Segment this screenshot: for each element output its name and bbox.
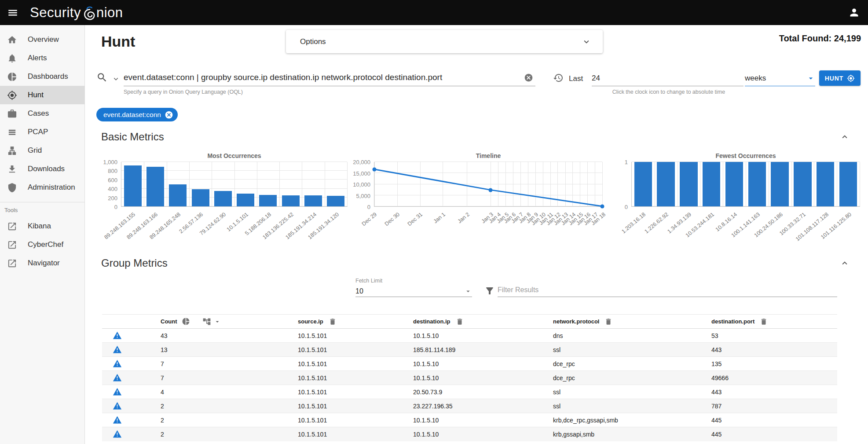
caret-down-icon (806, 74, 815, 83)
top-app-bar: Security nion (0, 0, 868, 25)
line-plot (374, 162, 603, 207)
filter-chip-label: event.dataset:conn (103, 111, 161, 119)
x-tick-label: Dec 29 (361, 211, 378, 227)
warning-icon[interactable] (113, 373, 122, 382)
brand-prefix: Security (30, 5, 81, 21)
table-row[interactable]: 4310.1.5.10110.1.5.10dns53 (102, 329, 837, 343)
hunt-button-label: HUNT (825, 75, 843, 82)
collapse-basic-metrics-icon[interactable] (840, 132, 850, 142)
table-row[interactable]: 210.1.5.10110.1.5.10krb,dce_rpc,gssapi,s… (102, 413, 837, 427)
bar[interactable] (725, 162, 743, 206)
table-row[interactable]: 410.1.5.10120.50.73.9ssl443 (102, 385, 837, 399)
bar[interactable] (327, 196, 344, 206)
group-metrics-table: Count source.ip destination.ip ne (102, 314, 837, 441)
table-row[interactable]: 1310.1.5.101185.81.114.189ssl443 (102, 343, 837, 357)
column-header-destination-port[interactable]: destination.port (711, 318, 754, 325)
sidebar-item-cases[interactable]: Cases (0, 104, 84, 123)
data-point[interactable] (373, 167, 377, 171)
bar[interactable] (124, 165, 142, 206)
bar[interactable] (657, 162, 674, 206)
person-icon (848, 7, 860, 18)
groupby-icon[interactable] (202, 317, 211, 326)
time-value-input[interactable] (592, 71, 743, 86)
history-clock-icon[interactable] (553, 73, 564, 83)
trash-icon[interactable] (329, 318, 337, 326)
user-account-button[interactable] (848, 7, 860, 18)
sidebar-item-label: Kibana (28, 222, 51, 231)
collapse-group-metrics-icon[interactable] (840, 258, 850, 268)
bar[interactable] (214, 191, 232, 206)
filter-results-input[interactable] (498, 283, 837, 297)
bar[interactable] (817, 162, 834, 206)
options-expander[interactable]: Options (286, 30, 603, 53)
data-point[interactable] (601, 204, 604, 208)
sidebar-item-administration[interactable]: Administration (0, 178, 84, 197)
bar[interactable] (703, 162, 720, 206)
filter-chip[interactable]: event.dataset:conn (96, 108, 178, 121)
sidebar-item-label: Dashboards (28, 72, 68, 81)
tools-section-label: Tools (0, 205, 84, 217)
sidebar-item-hunt[interactable]: Hunt (0, 86, 84, 104)
query-presets-chevron-icon[interactable] (112, 75, 120, 83)
column-header-network-protocol[interactable]: network.protocol (553, 318, 599, 325)
chart-fewest-occurrences: Fewest Occurrences 01 1.203.16.181.226.6… (612, 152, 860, 258)
bar[interactable] (304, 195, 322, 206)
sidebar-item-alerts[interactable]: Alerts (0, 49, 84, 67)
warning-icon[interactable] (113, 345, 122, 354)
sidebar-item-overview[interactable]: Overview (0, 30, 84, 49)
x-tick-label: Dec 31 (407, 211, 424, 227)
hamburger-menu-button[interactable] (0, 7, 26, 18)
data-point[interactable] (489, 188, 493, 192)
clear-query-icon[interactable] (524, 73, 533, 82)
sidebar-item-downloads[interactable]: Downloads (0, 160, 84, 178)
fetch-limit-select[interactable]: 10 (355, 286, 472, 297)
warning-icon[interactable] (113, 359, 122, 368)
column-header-count[interactable]: Count (161, 318, 177, 325)
sidebar-item-grid[interactable]: Grid (0, 141, 84, 160)
sidebar-item-kibana[interactable]: Kibana (0, 217, 84, 235)
table-row[interactable]: 210.1.5.10123.227.196.35ssl787 (102, 399, 837, 413)
table-row[interactable]: 210.1.5.10110.1.5.10krb,gssapi,smb445 (102, 427, 837, 441)
bar[interactable] (839, 162, 857, 206)
caret-down-icon[interactable] (214, 318, 221, 325)
y-axis: 05,00010,00015,00020,000 (354, 162, 370, 207)
bar[interactable] (169, 184, 187, 206)
x-tick-label: Jan 2 (456, 211, 470, 224)
table-row[interactable]: 710.1.5.10110.1.5.10dce_rpc135 (102, 357, 837, 371)
home-icon (7, 35, 17, 45)
bar[interactable] (634, 162, 652, 206)
sidebar-item-cyberchef[interactable]: CyberChef (0, 235, 84, 254)
pie-chart-icon[interactable] (182, 317, 190, 326)
bar[interactable] (748, 162, 766, 206)
bar[interactable] (680, 162, 697, 206)
sidebar-item-label: Administration (28, 183, 75, 192)
bar[interactable] (259, 195, 277, 206)
bar[interactable] (146, 167, 164, 206)
chart-title: Most Occurrences (121, 152, 348, 159)
trash-icon[interactable] (760, 318, 768, 326)
column-header-source-ip[interactable]: source.ip (298, 318, 323, 325)
sidebar-item-navigator[interactable]: Navigator (0, 254, 84, 272)
warning-icon[interactable] (113, 429, 122, 439)
sidebar-item-pcap[interactable]: PCAP (0, 123, 84, 141)
hunt-button[interactable]: HUNT (819, 70, 861, 86)
bar[interactable] (192, 189, 209, 206)
warning-icon[interactable] (113, 387, 122, 396)
sidebar-item-dashboards[interactable]: Dashboards (0, 67, 84, 86)
bar[interactable] (771, 162, 788, 206)
column-header-destination-ip[interactable]: destination.ip (413, 318, 450, 325)
warning-icon[interactable] (113, 415, 122, 425)
time-unit-select[interactable]: weeks (745, 71, 815, 86)
warning-icon[interactable] (113, 331, 122, 340)
bar[interactable] (237, 194, 254, 206)
remove-filter-icon[interactable] (165, 110, 173, 119)
main-content: Hunt Options Total Found: 24,199 Specify… (85, 25, 868, 444)
bar[interactable] (282, 195, 300, 206)
trash-icon[interactable] (456, 318, 464, 326)
bar[interactable] (794, 162, 811, 206)
trash-icon[interactable] (604, 318, 612, 326)
warning-icon[interactable] (113, 401, 122, 411)
x-tick-label: 1.203.16.18 (620, 211, 647, 235)
query-input[interactable] (124, 69, 535, 86)
table-row[interactable]: 710.1.5.10110.1.5.10dce_rpc49666 (102, 371, 837, 385)
